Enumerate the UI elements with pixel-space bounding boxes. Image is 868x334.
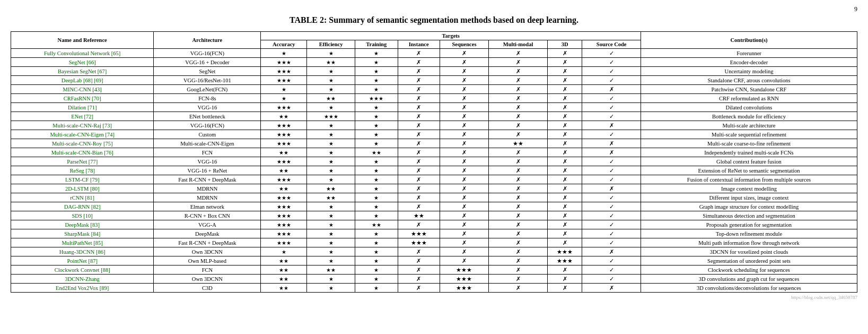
cell-target: ★★★ [440,284,489,293]
cell-target: ✓ [582,202,641,211]
cell-target: ★★★ [261,67,307,76]
cell-target: ★★★ [440,275,489,284]
main-table: Name and Reference Architecture Targets … [11,31,857,293]
cell-target: ★ [307,148,355,157]
cell-target: ★ [355,67,398,76]
cell-target: ★★ [261,284,307,293]
cell-target: ★★★ [261,211,307,220]
header-instance: Instance [398,40,440,49]
cell-target: ✗ [582,148,641,157]
cell-target: ✗ [547,58,582,67]
cell-target: ★★ [398,211,440,220]
cell-target: ✗ [547,103,582,112]
cell-target: ✗ [547,121,582,130]
cell-target: ✗ [547,184,582,193]
header-name: Name and Reference [11,32,154,49]
cell-target: ✗ [547,229,582,238]
cell-target: ✓ [582,76,641,85]
cell-target: ✗ [489,202,547,211]
cell-target: ✗ [440,85,489,94]
cell-target: ★★★ [261,103,307,112]
cell-target: ★ [355,85,398,94]
cell-target: ★ [307,202,355,211]
table-row: DeepMask [83]VGG-A★★★★★★✗✗✗✗✓Proposals g… [11,220,857,229]
cell-target: ✗ [489,112,547,121]
cell-target: ✓ [582,112,641,121]
cell-target: ✗ [547,193,582,202]
cell-target: ✓ [582,211,641,220]
cell-target: ★ [355,103,398,112]
table-row: Dilation [71]VGG-16★★★★★✗✗✗✗✓Dilated con… [11,103,857,112]
cell-target: ★ [355,139,398,148]
cell-target: ✓ [582,130,641,139]
cell-arch: FCN [154,266,261,275]
cell-arch: VGG-16(FCN) [154,121,261,130]
cell-target: ★★ [307,184,355,193]
cell-target: ✗ [440,202,489,211]
cell-target: ✗ [547,266,582,275]
cell-name: Huang-3DCNN [86] [11,247,154,256]
cell-arch: Own 3DCNN [154,275,261,284]
cell-name: ReSeg [78] [11,166,154,175]
cell-target: ★ [307,76,355,85]
cell-target: ✗ [440,211,489,220]
cell-name: SharpMask [84] [11,229,154,238]
cell-target: ★ [355,166,398,175]
cell-target: ✗ [398,58,440,67]
cell-arch: MDRNN [154,184,261,193]
cell-contribution: Different input sizes, image context [641,193,857,202]
cell-name: ENet [72] [11,112,154,121]
cell-contribution: 3D convolutions and graph cut for sequen… [641,275,857,284]
cell-target: ✗ [398,247,440,256]
cell-target: ✗ [489,284,547,293]
cell-name: Multi-scale-CNN-Roy [75] [11,139,154,148]
cell-contribution: Proposals generation for segmentation [641,220,857,229]
cell-target: ✗ [582,184,641,193]
cell-target: ✗ [440,247,489,256]
cell-name: MultiPathNet [85] [11,238,154,247]
table-row: Multi-scale-CNN-Roy [75]Multi-scale-CNN-… [11,139,857,148]
cell-target: ★★ [261,275,307,284]
cell-target: ✗ [489,130,547,139]
cell-contribution: Simultaneous detection and segmentation [641,211,857,220]
page-number: 9 [11,5,857,13]
cell-target: ✗ [547,275,582,284]
header-multimodal: Multi-modal [489,40,547,49]
cell-name: SegNet [66] [11,58,154,67]
cell-target: ★★★ [398,238,440,247]
cell-contribution: Graph image structure for context modell… [641,202,857,211]
cell-contribution: Encoder-decoder [641,58,857,67]
cell-target: ★ [307,67,355,76]
cell-target: ✗ [547,220,582,229]
cell-target: ✓ [582,103,641,112]
cell-target: ★★★ [261,220,307,229]
watermark: https://blog.csdn.net/qq_34650787 [11,295,857,300]
cell-arch: ENet bottleneck [154,112,261,121]
cell-target: ✗ [398,275,440,284]
cell-target: ✗ [489,238,547,247]
cell-target: ✗ [489,157,547,166]
cell-name: Multi-scale-CNN-Bian [76] [11,148,154,157]
cell-target: ★ [355,266,398,275]
header-sequences: Sequences [440,40,489,49]
cell-contribution: Forerunner [641,49,857,58]
cell-target: ★ [355,256,398,266]
cell-target: ✗ [582,139,641,148]
header-architecture: Architecture [154,32,261,49]
cell-target: ★★★ [261,229,307,238]
cell-target: ✓ [582,238,641,247]
cell-arch: GoogLeNet(FCN) [154,85,261,94]
cell-target: ★ [307,256,355,266]
cell-target: ★ [261,49,307,58]
cell-target: ★ [307,139,355,148]
cell-target: ★★ [307,58,355,67]
cell-arch: R-CNN + Box CNN [154,211,261,220]
cell-target: ✗ [440,103,489,112]
cell-target: ★★★ [261,202,307,211]
header-efficiency: Efficiency [307,40,355,49]
cell-target: ✗ [440,67,489,76]
cell-target: ★ [307,103,355,112]
cell-target: ✗ [398,157,440,166]
cell-target: ★★ [307,193,355,202]
cell-target: ✓ [582,193,641,202]
